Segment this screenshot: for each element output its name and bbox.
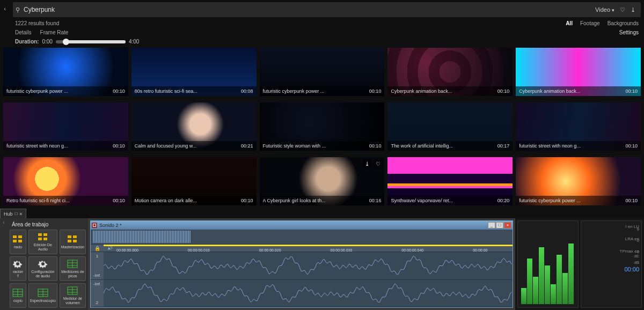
card-title: A Cyberpunk girl looks at th... [263, 198, 326, 203]
result-card[interactable]: Calm and focused young w...00:21 [131, 102, 257, 151]
workspace-button[interactable]: Medidores de picos [60, 256, 86, 281]
svg-rect-1 [18, 235, 22, 238]
card-download-icon[interactable]: ⤓ [363, 159, 371, 168]
table-g-icon [67, 259, 78, 269]
window-close-button[interactable]: × [504, 222, 511, 228]
window-maximize-button[interactable]: □ [496, 222, 503, 228]
result-card[interactable]: Cyberpunk animation back...00:10 [516, 48, 641, 96]
filter-all[interactable]: All [566, 20, 573, 26]
card-caption: futuristic cyberpunk power ...00:10 [3, 86, 128, 96]
result-card[interactable]: Retro futuristic sci-fi night ci...00:10 [3, 157, 128, 205]
workspace-button[interactable]: Masterización [60, 230, 86, 254]
tab-framerate[interactable]: Frame Rate [40, 29, 69, 35]
duration-min: 0:00 [42, 39, 52, 45]
search-input[interactable] [23, 4, 590, 16]
card-caption: futuristic street with neon g...00:10 [3, 141, 128, 151]
waveform-overview[interactable] [91, 230, 513, 245]
result-card[interactable]: Motion camera on dark alle...00:10 [131, 157, 257, 205]
nav-back-button[interactable]: ‹ [0, 5, 10, 12]
meter-bar [568, 243, 574, 304]
card-title: Motion camera on dark alle... [135, 198, 197, 203]
result-card[interactable]: ⤓♡A Cyberpunk girl looks at th...00:16 [260, 157, 385, 205]
card-duration: 00:20 [497, 198, 510, 203]
duration-max: 4:00 [129, 39, 139, 45]
workspace-button-label: nado [14, 245, 23, 249]
workspace-button-label: ración T [11, 270, 25, 278]
card-title: Synthwave/ vaporwave/ ret... [391, 198, 453, 203]
result-card[interactable]: Futuristic style woman with ...00:10 [260, 102, 385, 151]
card-heart-icon[interactable]: ♡ [374, 159, 382, 168]
speaker-icon[interactable]: 🔊 [104, 246, 116, 250]
duration-slider[interactable] [56, 40, 126, 43]
grid-y-icon [12, 234, 23, 244]
card-duration: 00:10 [625, 198, 638, 203]
card-title: futuristic cyberpunk power ... [6, 88, 68, 94]
svg-rect-10 [68, 240, 71, 242]
workspace-button[interactable]: Medidor de volumen [60, 283, 86, 308]
result-card[interactable]: 80s retro futuristic sci-fi sea...00:08 [131, 48, 257, 96]
lock-icon[interactable]: 🔒 [91, 246, 104, 251]
card-caption: Motion camera on dark alle...00:10 [131, 196, 257, 205]
selection-bar[interactable] [104, 245, 513, 246]
download-icon[interactable]: ⤓ [631, 6, 635, 13]
table-g-icon [12, 288, 23, 298]
filter-footage[interactable]: Footage [580, 20, 600, 26]
card-caption: 80s retro futuristic sci-fi sea...00:08 [131, 86, 257, 96]
result-card[interactable]: Synthwave/ vaporwave/ ret...00:20 [387, 157, 513, 205]
track-1-header[interactable]: 1 -Inf. [91, 252, 104, 279]
ruler-tick: 00:00:00.000 [116, 248, 138, 252]
card-duration: 00:10 [369, 143, 382, 149]
grid-y-icon [67, 234, 78, 244]
svg-rect-11 [73, 240, 77, 242]
track-2-header[interactable]: -Inf. 2 [91, 280, 104, 307]
workspace-button[interactable]: ración T [10, 256, 26, 281]
result-card[interactable]: futuristic street with neon g...00:10 [516, 102, 641, 151]
audio-window-titlebar[interactable]: Sonido 2 * _ □ × [91, 221, 513, 230]
track-1-waveform[interactable] [104, 252, 513, 279]
result-card[interactable]: futuristic street with neon g...00:10 [3, 102, 128, 151]
result-card[interactable]: futuristic cyberpunk power ...00:10 [3, 48, 128, 96]
workspace-button[interactable]: nado [10, 230, 26, 254]
result-card[interactable]: Cyberpunk animation back...00:10 [387, 48, 513, 96]
card-caption: futuristic street with neon g...00:10 [516, 141, 641, 151]
level-meter [517, 220, 579, 308]
favorites-icon[interactable]: ♡ [620, 6, 625, 13]
card-caption: A Cyberpunk girl looks at th...00:16 [260, 196, 385, 205]
card-caption: Calm and focused young w...00:21 [131, 141, 257, 151]
card-duration: 00:16 [369, 198, 382, 203]
meter-bar [521, 288, 526, 304]
result-card[interactable]: futuristic cyberpunk power ...00:10 [260, 48, 385, 96]
app-badge-icon [92, 223, 97, 228]
filter-backgrounds[interactable]: Backgrounds [608, 20, 639, 26]
card-caption: Synthwave/ vaporwave/ ret...00:20 [387, 196, 513, 205]
result-card[interactable]: The work of artificial intellig...00:17 [387, 102, 513, 151]
media-type-dropdown[interactable]: Video▾ [595, 6, 614, 13]
ruler-tick: 00:00:00.030 [331, 248, 353, 252]
search-icon: ⚲ [13, 6, 23, 13]
window-minimize-button[interactable]: _ [488, 222, 495, 228]
svg-rect-0 [13, 235, 17, 238]
tab-details[interactable]: Details [15, 29, 32, 35]
card-title: futuristic cyberpunk power ... [519, 198, 581, 203]
workspace-button[interactable]: Configuración de audio [28, 256, 57, 281]
workspace-button[interactable]: Edición De Audio [28, 230, 57, 254]
workspace-scroll-left[interactable]: ‹ [0, 218, 8, 310]
card-duration: 00:10 [625, 88, 638, 94]
meter-bar [533, 277, 538, 304]
svg-rect-3 [18, 240, 22, 242]
card-duration: 00:10 [113, 143, 125, 149]
card-caption: futuristic cyberpunk power ...00:10 [516, 196, 641, 205]
workspace-button-label: Configuración de audio [30, 270, 56, 278]
card-duration: 00:10 [241, 198, 253, 203]
card-title: The work of artificial intellig... [391, 143, 453, 149]
settings-link[interactable]: Settings [619, 29, 639, 35]
track-2-waveform[interactable] [104, 280, 513, 307]
workspace-button[interactable]: copio [10, 283, 26, 308]
card-title: Calm and focused young w... [135, 143, 197, 149]
result-card[interactable]: futuristic cyberpunk power ...00:10 [516, 157, 641, 205]
hub-tab[interactable]: Hub □ × [0, 209, 26, 218]
ruler-tick: 00:00:00.040 [401, 248, 423, 252]
duration-label: Duration: [15, 39, 39, 45]
svg-rect-9 [73, 235, 77, 238]
workspace-button[interactable]: Espectroscopio [28, 283, 57, 308]
